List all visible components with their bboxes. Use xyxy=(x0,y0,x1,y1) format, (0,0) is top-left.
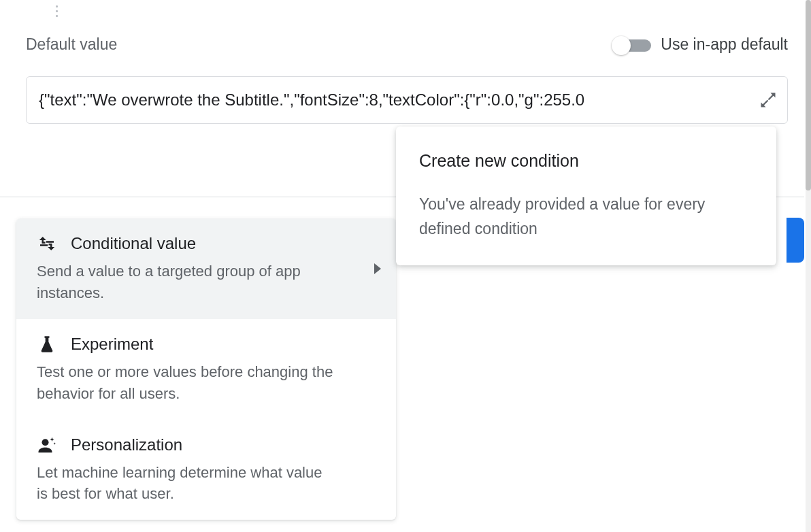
option-description: Let machine learning determine what valu… xyxy=(37,462,376,505)
tooltip-body: You've already provided a value for ever… xyxy=(419,193,753,241)
default-value-text: {"text":"We overwrote the Subtitle.","fo… xyxy=(39,90,753,110)
create-condition-tooltip: Create new condition You've already prov… xyxy=(396,127,776,265)
use-default-toggle[interactable] xyxy=(612,37,651,53)
default-value-input[interactable]: {"text":"We overwrote the Subtitle.","fo… xyxy=(26,76,788,124)
option-title: Experiment xyxy=(71,335,153,354)
svg-point-0 xyxy=(42,439,49,446)
tooltip-title: Create new condition xyxy=(419,151,753,171)
option-title: Personalization xyxy=(71,435,182,454)
option-experiment[interactable]: Experiment Test one or more values befor… xyxy=(16,319,396,420)
toggle-label: Use in-app default xyxy=(661,35,788,54)
toggle-group: Use in-app default xyxy=(612,35,788,54)
flask-icon xyxy=(37,334,57,354)
expand-icon[interactable] xyxy=(759,90,778,110)
option-conditional-value[interactable]: Conditional value Send a value to a targ… xyxy=(16,218,396,319)
vertical-scrollbar[interactable] xyxy=(806,0,811,532)
action-button-edge[interactable] xyxy=(787,218,804,263)
field-header: Default value Use in-app default xyxy=(26,35,788,54)
option-personalization[interactable]: Personalization Let machine learning det… xyxy=(16,420,396,520)
branch-icon xyxy=(37,233,57,254)
field-label: Default value xyxy=(26,35,117,54)
option-description: Test one or more values before changing … xyxy=(37,361,376,405)
options-menu: Conditional value Send a value to a targ… xyxy=(16,218,396,520)
chevron-right-icon xyxy=(374,263,381,274)
person-sparkle-icon xyxy=(37,435,57,455)
drag-handle-icon[interactable] xyxy=(56,5,61,17)
option-description: Send a value to a targeted group of app … xyxy=(37,261,376,304)
option-title: Conditional value xyxy=(71,234,196,253)
